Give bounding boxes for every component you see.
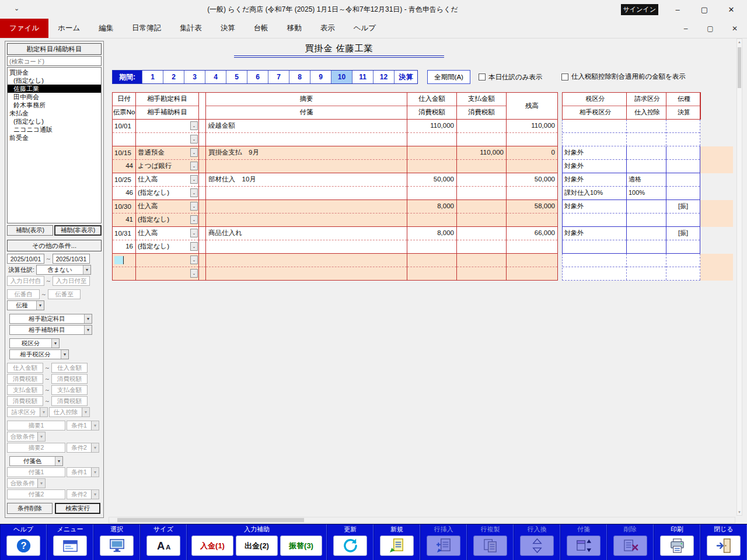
filter-date-from[interactable]: [7, 254, 44, 264]
checkbox-icon[interactable]: [561, 74, 568, 80]
aux-hide-button[interactable]: 補助(非表示): [54, 225, 102, 236]
filter-cond1-select[interactable]: 条件1▾: [67, 421, 99, 430]
subaccount-dropdown-icon[interactable]: ⌄: [190, 242, 198, 251]
toolbar-size-button[interactable]: AA: [146, 536, 180, 556]
filter-cond2b-select[interactable]: 条件2▾: [67, 489, 99, 499]
filter-date-to[interactable]: [53, 254, 90, 264]
toolbar-fusen-button[interactable]: [567, 536, 601, 556]
account-item-2[interactable]: 佐藤工業: [8, 85, 101, 93]
toolbar-duplicate-row-button[interactable]: [473, 536, 507, 556]
filter-slip-no-to[interactable]: 伝番至: [48, 289, 81, 299]
filter-cond1b-select[interactable]: 条件1▾: [67, 467, 99, 477]
account-search-input[interactable]: [7, 56, 102, 66]
menu-item-2[interactable]: 編集: [89, 19, 123, 38]
close-button[interactable]: ✕: [718, 0, 745, 19]
menu-item-6[interactable]: 台帳: [245, 19, 278, 38]
account-dropdown-icon[interactable]: ⌄: [190, 175, 198, 184]
filter-tax1-from[interactable]: 消費税額: [7, 374, 43, 384]
horizontal-scrollbar[interactable]: [109, 517, 735, 523]
account-item-5[interactable]: 未払金: [8, 109, 101, 117]
toolbar-swap-rows-button[interactable]: [520, 536, 554, 556]
account-dropdown-icon[interactable]: ⌄: [190, 229, 198, 237]
account-item-0[interactable]: 買掛金: [8, 68, 101, 76]
subaccount-dropdown-icon[interactable]: ⌄: [190, 269, 198, 278]
toolbar-close-button[interactable]: [707, 536, 741, 556]
filter-partner-account-select[interactable]: 相手勘定科目▾: [9, 314, 92, 324]
scroll-up-icon[interactable]: ▲: [737, 40, 742, 44]
filter-tax2-from[interactable]: 消費税額: [7, 396, 43, 406]
quick-access-chevron-icon[interactable]: ⌄: [14, 5, 19, 12]
filter-deduction-select[interactable]: 仕入控除▾: [49, 407, 90, 417]
menu-item-5[interactable]: 決算: [211, 19, 245, 38]
today-only-checkbox[interactable]: 本日仕訳のみ表示: [479, 70, 543, 84]
scrollbar-thumb[interactable]: [738, 47, 741, 88]
checkbox-icon[interactable]: [479, 74, 486, 80]
filter-input-date-to[interactable]: 入力日付至: [53, 276, 90, 286]
period-month-4[interactable]: 4: [205, 71, 226, 83]
mdi-close-button[interactable]: ✕: [722, 19, 747, 38]
period-month-1[interactable]: 1: [142, 71, 163, 83]
toolbar-refresh-button[interactable]: [333, 536, 367, 556]
period-month-2[interactable]: 2: [163, 71, 184, 83]
subaccount-dropdown-icon[interactable]: ⌄: [190, 135, 198, 144]
account-list[interactable]: 買掛金(指定なし)佐藤工業田中商会鈴木事務所未払金(指定なし)ニコニコ通販前受金: [7, 67, 102, 223]
ledger-row-1[interactable]: 10/1544普通預金⌄よつば銀行⌄買掛金支払 9月110,0000対象外対象外: [112, 146, 734, 173]
filter-payment-to[interactable]: 支払金額: [51, 385, 88, 395]
account-item-7[interactable]: ニコニコ通販: [8, 125, 101, 134]
account-dropdown-icon[interactable]: ⌄: [190, 148, 198, 157]
aux-show-button[interactable]: 補助(表示): [7, 225, 53, 236]
filter-closing-select[interactable]: 含まない▾: [36, 265, 91, 275]
scrollbar-thumb[interactable]: [117, 518, 304, 522]
ledger-row-0[interactable]: 10/01⌄⌄繰越金額110,000110,000: [112, 120, 734, 146]
filter-match1-select[interactable]: 合致条件▾: [7, 432, 46, 442]
filter-fusen2[interactable]: 付箋2: [7, 489, 65, 499]
account-item-3[interactable]: 田中商会: [8, 93, 101, 101]
toolbar-transfer-button[interactable]: 振替(3): [280, 536, 322, 556]
period-month-6[interactable]: 6: [247, 71, 268, 83]
filter-slip-no-from[interactable]: 伝番自: [7, 289, 40, 299]
filter-input-date-from[interactable]: 入力日付自: [7, 276, 44, 286]
ledger-row-4[interactable]: 10/3116仕入高⌄(指定なし)⌄商品仕入れ8,00066,000対象外[振]: [112, 227, 734, 254]
account-dropdown-icon[interactable]: ⌄: [190, 256, 198, 264]
filter-summary2[interactable]: 摘要2: [7, 443, 65, 453]
scroll-down-icon[interactable]: ▼: [737, 510, 742, 514]
period-month-10[interactable]: 10: [331, 71, 352, 83]
toolbar-menu-button[interactable]: [53, 536, 87, 556]
filter-tax-class-select[interactable]: 税区分▾: [9, 338, 60, 348]
subaccount-dropdown-icon[interactable]: ⌄: [190, 162, 198, 170]
period-month-3[interactable]: 3: [184, 71, 205, 83]
account-dropdown-icon[interactable]: ⌄: [190, 121, 198, 130]
toolbar-new-button[interactable]: [380, 536, 414, 556]
ledger-row-3[interactable]: 10/3041仕入高⌄(指定なし)⌄8,00058,000対象外[振]: [112, 200, 734, 227]
toolbar-deposit-button[interactable]: 入金(1): [191, 536, 233, 556]
run-search-button[interactable]: 検索実行: [55, 503, 100, 514]
filter-partner-tax-class-select[interactable]: 相手税区分▾: [9, 349, 69, 359]
menu-item-8[interactable]: 表示: [311, 19, 344, 38]
filter-purchase-to[interactable]: 仕入金額: [51, 363, 88, 373]
filter-cond2-select[interactable]: 条件2▾: [67, 443, 99, 453]
filter-payment-from[interactable]: 支払金額: [7, 385, 43, 395]
menu-item-7[interactable]: 移動: [278, 19, 311, 38]
filter-purchase-from[interactable]: 仕入金額: [7, 363, 43, 373]
filter-partner-subaccount-select[interactable]: 相手補助科目▾: [9, 325, 92, 335]
period-month-11[interactable]: 11: [352, 71, 373, 83]
filter-invoice-class-select[interactable]: 請求区分▾: [7, 407, 48, 417]
toolbar-delete-button[interactable]: [613, 536, 647, 556]
other-conditions-header[interactable]: その他の条件...: [7, 240, 102, 251]
minimize-button[interactable]: –: [664, 0, 691, 19]
all-period-button[interactable]: 全期間(A): [427, 70, 470, 84]
mdi-minimize-button[interactable]: –: [673, 19, 698, 38]
toolbar-insert-row-button[interactable]: [427, 536, 460, 556]
period-month-8[interactable]: 8: [289, 71, 310, 83]
account-item-4[interactable]: 鈴木事務所: [8, 101, 101, 109]
period-month-7[interactable]: 7: [268, 71, 289, 83]
filter-slip-type-select[interactable]: 伝種▾: [7, 300, 44, 310]
filter-fusen-color-select[interactable]: 付箋色▾: [9, 456, 63, 466]
period-month-12[interactable]: 12: [373, 71, 394, 83]
period-closing-button[interactable]: 決算: [394, 71, 417, 83]
account-item-1[interactable]: (指定なし): [8, 76, 101, 85]
account-dropdown-icon[interactable]: ⌄: [190, 202, 198, 211]
filter-tax2-to[interactable]: 消費税額: [51, 396, 88, 406]
filter-summary1[interactable]: 摘要1: [7, 421, 65, 430]
pretax-display-checkbox[interactable]: 仕入税額控除割合適用前の金額を表示: [561, 72, 686, 81]
